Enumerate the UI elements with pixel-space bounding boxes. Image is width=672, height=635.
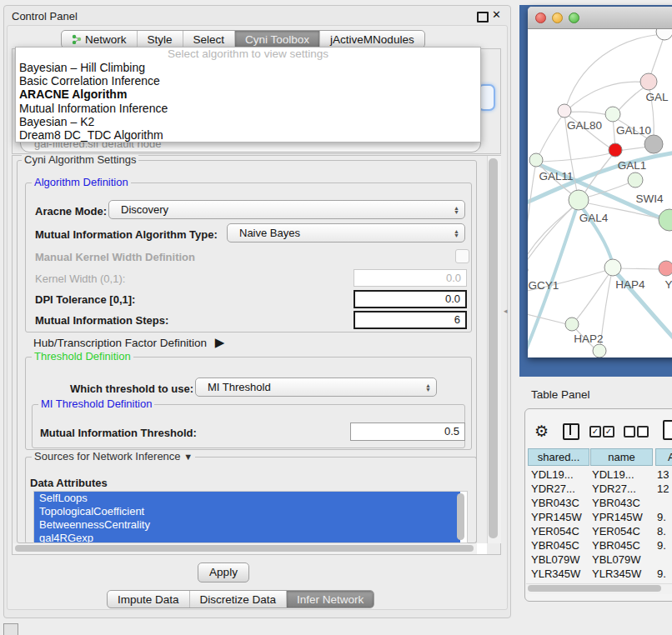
mi-steps-label: Mutual Information Steps: xyxy=(35,314,168,327)
combo-arrows-icon: ▲▼ xyxy=(425,383,431,392)
tab-discretize-data[interactable]: Discretize Data xyxy=(189,591,287,608)
unchecked-box-icon[interactable] xyxy=(637,426,649,438)
hub-section-header[interactable]: Hub/Transcription Factor Definition ▶ xyxy=(33,335,224,350)
tab-cyni-toolbox[interactable]: Cyni Toolbox xyxy=(234,31,319,48)
document-icon[interactable] xyxy=(663,420,672,440)
network-node-gal11[interactable] xyxy=(529,153,543,167)
attributes-vscroll-thumb[interactable] xyxy=(457,493,464,540)
minimize-window-icon[interactable] xyxy=(552,12,563,23)
network-edge xyxy=(528,206,575,279)
split-columns-icon[interactable] xyxy=(563,423,579,440)
table-cell: YER054C xyxy=(592,524,652,538)
algorithm-option[interactable]: Bayesian – K2 xyxy=(16,115,480,128)
apply-button[interactable]: Apply xyxy=(198,562,249,582)
zoom-window-icon[interactable] xyxy=(569,12,579,23)
gear-icon[interactable]: ⚙ xyxy=(534,422,549,441)
table-row[interactable]: YDR27...YDR27...12 xyxy=(528,482,672,496)
float-window-icon[interactable] xyxy=(477,12,489,22)
tab-label: Infer Network xyxy=(297,593,364,606)
attribute-item[interactable]: SelfLoops xyxy=(34,492,460,505)
checked-box-icon[interactable]: ✓ xyxy=(603,426,614,438)
unchecked-box-icon[interactable] xyxy=(624,426,635,438)
network-node-gal4[interactable] xyxy=(569,190,589,210)
algorithm-option[interactable]: Bayesian – Hill Climbing xyxy=(16,61,480,74)
mi-type-value: Naive Bayes xyxy=(239,227,300,239)
algorithm-option[interactable]: Basic Correlation Inference xyxy=(16,74,480,88)
tab-network[interactable]: Network xyxy=(62,31,137,48)
cyni-algorithm-settings-title: Cyni Algorithm Settings xyxy=(22,154,138,166)
table-cell: 13 xyxy=(657,468,672,482)
tab-select[interactable]: Select xyxy=(183,31,235,48)
data-attributes-list[interactable]: SelfLoopsTopologicalCoefficientBetweenne… xyxy=(33,491,468,543)
table-cell: YDL19... xyxy=(592,468,652,482)
network-node[interactable] xyxy=(593,344,606,358)
network-node-y[interactable] xyxy=(659,261,672,276)
tab-style[interactable]: Style xyxy=(137,31,183,48)
aracne-mode-value: Discovery xyxy=(121,203,168,216)
tab-jactivemnodules[interactable]: jActiveMNodules xyxy=(319,31,424,48)
table-row[interactable]: YBL079WYBL079W xyxy=(528,552,672,567)
table-row[interactable]: YPR145WYPR145W9. xyxy=(528,510,672,524)
network-node[interactable] xyxy=(659,209,672,231)
algorithm-option[interactable]: Dream8 DC_TDC Algorithm xyxy=(16,128,480,142)
network-view-window: GALGAL80GAL10GAL1GAL11SWI4GAL4GCY1HAP4YH… xyxy=(528,7,672,358)
network-canvas[interactable]: GALGAL80GAL10GAL1GAL11SWI4GAL4GCY1HAP4YH… xyxy=(528,29,672,358)
aracne-mode-combo[interactable]: Discovery ▲▼ xyxy=(108,200,465,219)
threshold-definition-title: Threshold Definition xyxy=(32,351,133,362)
settings-hscroll-thumb[interactable] xyxy=(15,545,474,552)
tab-impute-data[interactable]: Impute Data xyxy=(108,591,189,608)
attribute-item[interactable]: TopologicalCoefficient xyxy=(34,505,460,518)
manual-kernel-checkbox[interactable] xyxy=(455,249,469,263)
close-window-icon[interactable] xyxy=(535,12,546,23)
network-node-gal10[interactable] xyxy=(605,107,620,122)
column-header-name[interactable]: name xyxy=(590,448,653,466)
table-cell: 12 xyxy=(657,482,672,496)
network-node-hap4[interactable] xyxy=(604,259,621,276)
settings-vscroll-thumb[interactable] xyxy=(489,158,498,538)
table-cell: 9. xyxy=(657,510,672,524)
network-node-hap2[interactable] xyxy=(565,318,579,331)
node-label: HAP2 xyxy=(574,332,603,345)
mi-steps-field[interactable]: 6 xyxy=(354,311,467,329)
table-cell: YBR045C xyxy=(592,538,652,552)
tab-infer-network[interactable]: Infer Network xyxy=(286,591,374,608)
sources-group-title[interactable]: Sources for Network Inference ▼ xyxy=(32,451,195,462)
network-node-gal1[interactable] xyxy=(609,143,622,157)
mi-type-label: Mutual Information Algorithm Type: xyxy=(35,228,218,241)
network-node[interactable] xyxy=(656,29,672,40)
table-cell: YPR145W xyxy=(592,510,652,524)
table-hscroll-thumb[interactable] xyxy=(528,585,661,592)
table-row[interactable]: YER054CYER054C8. xyxy=(528,524,672,538)
close-panel-icon[interactable]: ✕ xyxy=(492,8,501,21)
data-attributes-label: Data Attributes xyxy=(30,477,108,489)
table-row[interactable]: YLR345WYLR345W9. xyxy=(528,567,672,581)
network-window-titlebar[interactable] xyxy=(528,7,672,29)
table-row[interactable]: YDL19...YDL19...13 xyxy=(528,468,672,482)
network-node[interactable] xyxy=(644,135,663,153)
column-header-third[interactable]: A xyxy=(655,448,672,466)
dpi-tolerance-field[interactable]: 0.0 xyxy=(354,290,467,308)
kernel-width-field[interactable]: 0.0 xyxy=(354,269,467,287)
which-threshold-combo[interactable]: MI Threshold ▲▼ xyxy=(195,378,437,397)
attribute-item[interactable]: BetweennessCentrality xyxy=(34,518,460,532)
column-header-shared-name[interactable]: shared... xyxy=(528,448,589,466)
attribute-item[interactable]: gal4RGexp xyxy=(34,532,460,543)
table-row[interactable]: YBR045CYBR045C9. xyxy=(528,538,672,552)
table-cell: YDL19... xyxy=(531,468,589,482)
divider-grip[interactable]: ◂ xyxy=(504,307,509,315)
checked-box-icon[interactable]: ✓ xyxy=(589,426,601,438)
network-node-swi4[interactable] xyxy=(628,172,643,188)
minimized-panel-grip[interactable] xyxy=(3,623,18,635)
network-node-gal[interactable] xyxy=(640,73,657,90)
aracne-mode-label: Aracne Mode: xyxy=(35,205,107,218)
mi-threshold-field[interactable]: 0.5 xyxy=(350,422,465,441)
network-icon xyxy=(72,34,82,44)
algorithm-option[interactable]: ARACNE Algorithm xyxy=(16,88,480,101)
combo-arrows-icon: ▲▼ xyxy=(454,206,459,214)
network-node-gal80[interactable] xyxy=(558,104,571,118)
scroll-corner xyxy=(477,543,487,554)
mi-type-combo[interactable]: Naive Bayes ▲▼ xyxy=(227,223,465,242)
algorithm-definition-title: Algorithm Definition xyxy=(32,177,131,188)
algorithm-option[interactable]: Mutual Information Inference xyxy=(16,102,480,115)
table-row[interactable]: YBR043CYBR043C xyxy=(528,496,672,510)
